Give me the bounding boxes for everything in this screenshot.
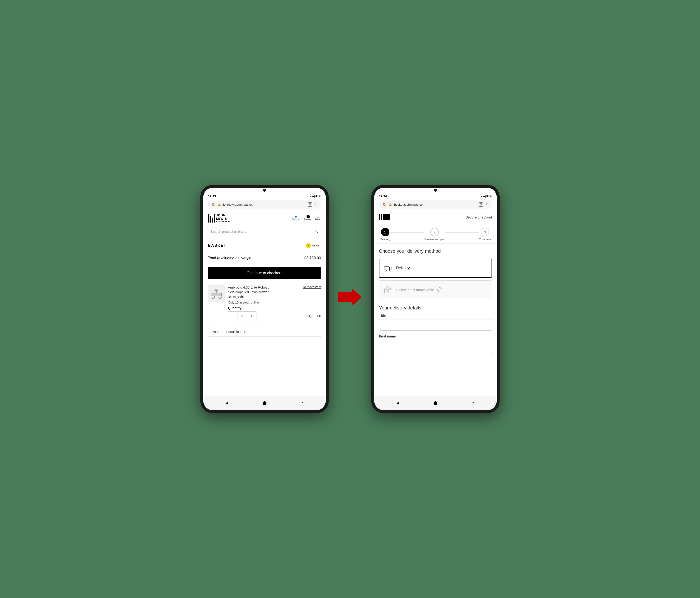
status-time-left: 17:33 <box>208 195 216 198</box>
more-icon-right[interactable]: ⋮ <box>485 203 488 206</box>
recents-button-right[interactable]: ▪ <box>470 399 477 406</box>
search-icon[interactable]: 🔍 <box>315 230 319 233</box>
title-field-container: Title <box>374 314 497 334</box>
home-button-left[interactable]: ⬤ <box>261 399 268 406</box>
delivery-label: Delivery <box>396 266 410 270</box>
checkout-bar-1 <box>379 214 380 220</box>
menu-icon: ☰ <box>317 216 319 218</box>
logo-bar-3 <box>212 218 213 223</box>
first-name-input[interactable] <box>379 340 492 353</box>
back-button-right[interactable]: ◀ <box>394 399 401 406</box>
product-row: Ambrogio 4.36 Elite Robotic Self-Propell… <box>203 282 326 324</box>
notch-right <box>374 188 497 193</box>
product-name: Ambrogio 4.36 Elite Robotic Self-Propell… <box>228 285 275 299</box>
address-bar-right[interactable]: 🏠 🔒 heckout.johnlewis.com 5 ⋮ <box>379 200 492 208</box>
help-icon[interactable]: ? <box>438 288 442 292</box>
collection-label: Collection is unavailable <box>396 288 434 292</box>
checkout-button[interactable]: Continue to checkout <box>208 267 321 279</box>
collection-option: Collection is unavailable ? <box>379 280 492 299</box>
checkout-bar-2 <box>381 214 382 220</box>
back-button-left[interactable]: ◀ <box>223 399 230 406</box>
basket-title-row: BASKET ✓ Norton <box>203 239 326 252</box>
step-2: 2 Review and pay <box>424 228 445 241</box>
steps-row: 1 Delivery 2 Review and pay 3 Complete <box>374 223 497 244</box>
delivery-details-title: Your delivery details <box>374 300 497 314</box>
status-bar-right: 17:34 ▲◀ 84% <box>374 193 497 199</box>
remove-item-link[interactable]: Remove item <box>303 285 321 299</box>
signal-icons-right: ▲◀ <box>480 195 485 198</box>
qty-value: 1 <box>238 312 247 321</box>
account-icon: 👤 <box>295 216 297 218</box>
step-2-label: Review and pay <box>424 238 445 241</box>
account-label: Account <box>292 218 300 221</box>
step-3-circle: 3 <box>481 228 489 236</box>
status-bar-left: 17:33 ▲◀ 84% <box>203 193 326 199</box>
step-3: 3 Complete <box>479 228 491 241</box>
battery-left: 84% <box>315 195 321 198</box>
svg-point-8 <box>385 270 386 271</box>
qty-increase[interactable]: + <box>247 312 256 321</box>
svg-point-9 <box>390 270 391 271</box>
home-button-right[interactable]: ⬤ <box>432 399 439 406</box>
first-name-field-container: First name <box>374 334 497 357</box>
step-1: 1 Delivery <box>380 228 390 241</box>
qty-decrease[interactable]: − <box>228 312 238 321</box>
svg-rect-11 <box>387 291 389 293</box>
order-qualifies-text: Your order qualifies for: <box>212 330 246 334</box>
mower-svg <box>209 288 223 299</box>
basket-title: BASKET <box>208 244 227 248</box>
step-connector-1 <box>390 232 424 232</box>
checkout-logo-block <box>383 214 390 220</box>
checkout-label: Continue to checkout <box>247 271 282 275</box>
svg-rect-6 <box>384 267 390 270</box>
checkout-header: Secure checkout <box>374 211 497 223</box>
jl-logo: JOHN LEWIS & PARTNERS <box>208 214 230 223</box>
secure-text: Secure checkout <box>466 215 492 219</box>
tab-count-right[interactable]: 5 <box>479 202 483 207</box>
basket-icon: 🛒 1 <box>306 216 309 218</box>
basket-label: Basket <box>304 218 311 221</box>
norton-text: Norton <box>312 244 319 247</box>
delivery-method-title: Choose your delivery method <box>374 244 497 257</box>
total-row: Total (excluding delivery): £3,799.00 <box>203 252 326 264</box>
more-icon-left[interactable]: ⋮ <box>314 203 317 206</box>
left-phone: 17:33 ▲◀ 84% 🏠 🔒 johnlewis.com/basket 5 … <box>200 185 329 413</box>
collection-store-icon <box>383 285 393 295</box>
step-connector-2 <box>445 232 479 232</box>
delivery-option[interactable]: Delivery <box>379 259 492 278</box>
step-3-label: Complete <box>479 238 491 241</box>
url-left[interactable]: johnlewis.com/basket <box>223 203 306 206</box>
lock-icon-left: 🔒 <box>218 203 221 206</box>
basket-nav[interactable]: 🛒 1 Basket <box>304 216 311 221</box>
address-bar-left[interactable]: 🏠 🔒 johnlewis.com/basket 5 ⋮ <box>208 200 321 208</box>
phone-nav-right: ◀ ⬤ ▪ <box>374 396 497 410</box>
menu-nav[interactable]: ☰ Menu <box>315 216 321 221</box>
search-bar[interactable]: Search product or brand 🔍 <box>207 227 322 236</box>
step-1-circle: 1 <box>381 228 390 236</box>
total-price: £3,799.00 <box>304 256 321 260</box>
home-icon-left: 🏠 <box>212 203 216 206</box>
home-icon-right: 🏠 <box>383 203 386 206</box>
total-label: Total (excluding delivery): <box>208 256 251 260</box>
title-input[interactable] <box>379 319 492 330</box>
basket-badge: 1 <box>306 215 310 218</box>
step-2-circle: 2 <box>430 228 439 236</box>
svg-rect-2 <box>211 293 222 296</box>
tab-count-left[interactable]: 5 <box>308 202 312 207</box>
status-time-right: 17:34 <box>379 195 387 198</box>
quantity-label: Quantity <box>228 306 321 310</box>
nav-icons: 👤 Account 🛒 1 Basket ☰ Menu <box>292 216 321 221</box>
product-stock: Only 10 in stock online <box>228 301 321 304</box>
url-right[interactable]: heckout.johnlewis.com <box>394 203 477 206</box>
logo-bar-2 <box>210 216 211 223</box>
checkout-logo <box>379 214 390 220</box>
signal-icons-left: ▲◀ <box>309 195 315 198</box>
checkout-content: Secure checkout 1 Delivery 2 Review and … <box>374 211 497 396</box>
product-price: £3,799.00 <box>306 314 321 318</box>
logo-bar-1 <box>208 214 209 223</box>
basket-content: JOHN LEWIS & PARTNERS 👤 Account 🛒 <box>203 211 326 396</box>
product-image <box>208 285 225 302</box>
recents-button-left[interactable]: ▪ <box>299 399 306 406</box>
logo-text: JOHN LEWIS & PARTNERS <box>216 214 230 223</box>
account-nav[interactable]: 👤 Account <box>292 216 300 221</box>
